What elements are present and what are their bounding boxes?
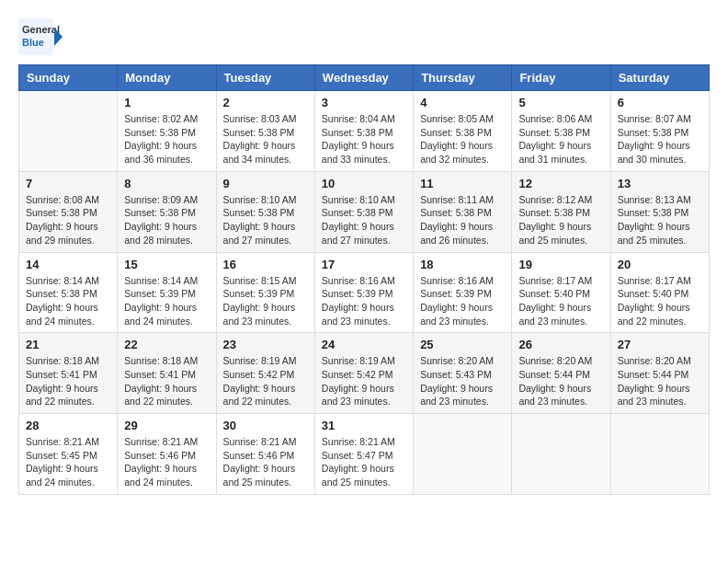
- calendar-body: 1Sunrise: 8:02 AM Sunset: 5:38 PM Daylig…: [19, 91, 710, 495]
- calendar-cell: 7Sunrise: 8:08 AM Sunset: 5:38 PM Daylig…: [19, 171, 118, 252]
- day-number: 18: [420, 258, 505, 271]
- logo: General Blue: [18, 18, 64, 55]
- day-detail: Sunrise: 8:16 AM Sunset: 5:39 PM Dayligh…: [322, 274, 406, 328]
- calendar-cell: 22Sunrise: 8:18 AM Sunset: 5:41 PM Dayli…: [118, 333, 216, 414]
- calendar-cell: [19, 91, 118, 172]
- day-detail: Sunrise: 8:02 AM Sunset: 5:38 PM Dayligh…: [124, 112, 209, 167]
- day-detail: Sunrise: 8:21 AM Sunset: 5:46 PM Dayligh…: [223, 435, 308, 489]
- day-number: 1: [124, 96, 209, 109]
- day-number: 20: [618, 258, 702, 271]
- calendar-cell: 8Sunrise: 8:09 AM Sunset: 5:38 PM Daylig…: [118, 171, 216, 252]
- calendar-cell: 12Sunrise: 8:12 AM Sunset: 5:38 PM Dayli…: [512, 171, 610, 252]
- day-number: 21: [26, 338, 110, 351]
- calendar-cell: 11Sunrise: 8:11 AM Sunset: 5:38 PM Dayli…: [414, 171, 512, 252]
- day-number: 2: [223, 96, 308, 109]
- day-number: 6: [618, 96, 702, 109]
- calendar-cell: 17Sunrise: 8:16 AM Sunset: 5:39 PM Dayli…: [314, 252, 413, 333]
- day-number: 15: [124, 258, 209, 271]
- day-number: 12: [518, 177, 603, 190]
- calendar-cell: 18Sunrise: 8:16 AM Sunset: 5:39 PM Dayli…: [414, 252, 512, 333]
- day-number: 14: [26, 258, 110, 271]
- calendar-cell: 13Sunrise: 8:13 AM Sunset: 5:38 PM Dayli…: [610, 171, 709, 252]
- calendar-cell: 20Sunrise: 8:17 AM Sunset: 5:40 PM Dayli…: [610, 252, 709, 333]
- day-number: 16: [223, 258, 308, 271]
- calendar-cell: 26Sunrise: 8:20 AM Sunset: 5:44 PM Dayli…: [512, 333, 610, 414]
- day-number: 27: [618, 338, 702, 351]
- day-number: 10: [322, 177, 406, 190]
- calendar-cell: 25Sunrise: 8:20 AM Sunset: 5:43 PM Dayli…: [414, 333, 512, 414]
- day-number: 31: [322, 419, 406, 432]
- day-detail: Sunrise: 8:03 AM Sunset: 5:38 PM Dayligh…: [223, 112, 308, 167]
- calendar-table: SundayMondayTuesdayWednesdayThursdayFrid…: [18, 64, 710, 495]
- calendar-week-3: 14Sunrise: 8:14 AM Sunset: 5:38 PM Dayli…: [19, 252, 710, 333]
- day-number: 25: [420, 338, 505, 351]
- calendar-cell: 27Sunrise: 8:20 AM Sunset: 5:44 PM Dayli…: [610, 333, 709, 414]
- day-detail: Sunrise: 8:18 AM Sunset: 5:41 PM Dayligh…: [26, 354, 110, 408]
- day-detail: Sunrise: 8:14 AM Sunset: 5:38 PM Dayligh…: [26, 274, 110, 328]
- day-detail: Sunrise: 8:16 AM Sunset: 5:39 PM Dayligh…: [420, 274, 505, 328]
- calendar-cell: 16Sunrise: 8:15 AM Sunset: 5:39 PM Dayli…: [216, 252, 314, 333]
- day-detail: Sunrise: 8:19 AM Sunset: 5:42 PM Dayligh…: [223, 354, 308, 408]
- calendar-cell: 21Sunrise: 8:18 AM Sunset: 5:41 PM Dayli…: [19, 333, 118, 414]
- day-number: 8: [124, 177, 209, 190]
- header: General Blue: [18, 18, 710, 55]
- day-header-tuesday: Tuesday: [216, 65, 314, 91]
- calendar-cell: 24Sunrise: 8:19 AM Sunset: 5:42 PM Dayli…: [314, 333, 413, 414]
- day-header-monday: Monday: [118, 65, 216, 91]
- day-number: 11: [420, 177, 505, 190]
- day-detail: Sunrise: 8:21 AM Sunset: 5:45 PM Dayligh…: [26, 435, 110, 489]
- day-header-sunday: Sunday: [19, 65, 118, 91]
- day-number: 7: [26, 177, 110, 190]
- calendar-cell: 3Sunrise: 8:04 AM Sunset: 5:38 PM Daylig…: [314, 91, 413, 172]
- day-detail: Sunrise: 8:08 AM Sunset: 5:38 PM Dayligh…: [26, 193, 110, 247]
- day-detail: Sunrise: 8:06 AM Sunset: 5:38 PM Dayligh…: [518, 112, 603, 167]
- day-detail: Sunrise: 8:18 AM Sunset: 5:41 PM Dayligh…: [124, 354, 209, 408]
- calendar-cell: 10Sunrise: 8:10 AM Sunset: 5:38 PM Dayli…: [314, 171, 413, 252]
- calendar-cell: [610, 414, 709, 495]
- day-detail: Sunrise: 8:04 AM Sunset: 5:38 PM Dayligh…: [322, 112, 406, 167]
- calendar-cell: 2Sunrise: 8:03 AM Sunset: 5:38 PM Daylig…: [216, 91, 314, 172]
- day-number: 9: [223, 177, 308, 190]
- day-detail: Sunrise: 8:13 AM Sunset: 5:38 PM Dayligh…: [618, 193, 702, 247]
- calendar-cell: 6Sunrise: 8:07 AM Sunset: 5:38 PM Daylig…: [610, 91, 709, 172]
- calendar-cell: 28Sunrise: 8:21 AM Sunset: 5:45 PM Dayli…: [19, 414, 118, 495]
- day-header-wednesday: Wednesday: [314, 65, 413, 91]
- day-number: 28: [26, 419, 110, 432]
- day-number: 23: [223, 338, 308, 351]
- day-detail: Sunrise: 8:07 AM Sunset: 5:38 PM Dayligh…: [618, 112, 702, 167]
- day-number: 29: [124, 419, 209, 432]
- day-number: 22: [124, 338, 209, 351]
- calendar-cell: [512, 414, 610, 495]
- calendar-week-1: 1Sunrise: 8:02 AM Sunset: 5:38 PM Daylig…: [19, 91, 710, 172]
- calendar-cell: 23Sunrise: 8:19 AM Sunset: 5:42 PM Dayli…: [216, 333, 314, 414]
- calendar-cell: 9Sunrise: 8:10 AM Sunset: 5:38 PM Daylig…: [216, 171, 314, 252]
- day-number: 17: [322, 258, 406, 271]
- calendar-cell: 31Sunrise: 8:21 AM Sunset: 5:47 PM Dayli…: [314, 414, 413, 495]
- day-detail: Sunrise: 8:10 AM Sunset: 5:38 PM Dayligh…: [322, 193, 406, 247]
- day-detail: Sunrise: 8:05 AM Sunset: 5:38 PM Dayligh…: [420, 112, 505, 167]
- calendar-cell: 30Sunrise: 8:21 AM Sunset: 5:46 PM Dayli…: [216, 414, 314, 495]
- day-detail: Sunrise: 8:19 AM Sunset: 5:42 PM Dayligh…: [322, 354, 406, 408]
- day-number: 24: [322, 338, 406, 351]
- day-detail: Sunrise: 8:15 AM Sunset: 5:39 PM Dayligh…: [223, 274, 308, 328]
- calendar-week-2: 7Sunrise: 8:08 AM Sunset: 5:38 PM Daylig…: [19, 171, 710, 252]
- calendar-cell: 1Sunrise: 8:02 AM Sunset: 5:38 PM Daylig…: [118, 91, 216, 172]
- svg-text:General: General: [22, 24, 60, 35]
- day-detail: Sunrise: 8:09 AM Sunset: 5:38 PM Dayligh…: [124, 193, 209, 247]
- day-detail: Sunrise: 8:21 AM Sunset: 5:46 PM Dayligh…: [124, 435, 209, 489]
- calendar-week-4: 21Sunrise: 8:18 AM Sunset: 5:41 PM Dayli…: [19, 333, 710, 414]
- calendar-cell: 19Sunrise: 8:17 AM Sunset: 5:40 PM Dayli…: [512, 252, 610, 333]
- calendar-cell: 14Sunrise: 8:14 AM Sunset: 5:38 PM Dayli…: [19, 252, 118, 333]
- day-detail: Sunrise: 8:10 AM Sunset: 5:38 PM Dayligh…: [223, 193, 308, 247]
- day-detail: Sunrise: 8:17 AM Sunset: 5:40 PM Dayligh…: [618, 274, 702, 328]
- day-detail: Sunrise: 8:20 AM Sunset: 5:44 PM Dayligh…: [618, 354, 702, 408]
- calendar-cell: [414, 414, 512, 495]
- day-detail: Sunrise: 8:20 AM Sunset: 5:43 PM Dayligh…: [420, 354, 505, 408]
- calendar-cell: 5Sunrise: 8:06 AM Sunset: 5:38 PM Daylig…: [512, 91, 610, 172]
- calendar-cell: 4Sunrise: 8:05 AM Sunset: 5:38 PM Daylig…: [414, 91, 512, 172]
- day-detail: Sunrise: 8:11 AM Sunset: 5:38 PM Dayligh…: [420, 193, 505, 247]
- day-number: 3: [322, 96, 406, 109]
- day-detail: Sunrise: 8:21 AM Sunset: 5:47 PM Dayligh…: [322, 435, 406, 489]
- calendar-cell: 29Sunrise: 8:21 AM Sunset: 5:46 PM Dayli…: [118, 414, 216, 495]
- logo-svg: General Blue: [18, 18, 64, 55]
